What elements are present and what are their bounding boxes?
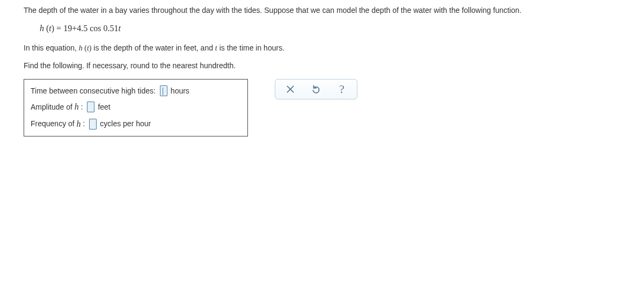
- amplitude-input[interactable]: [87, 102, 94, 112]
- frequency-label-pre: Frequency of: [31, 118, 77, 129]
- close-icon[interactable]: [285, 84, 296, 95]
- frequency-row: Frequency of h : cycles per hour: [31, 117, 241, 131]
- period-unit: hours: [171, 85, 189, 97]
- amplitude-unit: feet: [98, 101, 110, 113]
- frequency-var: h: [77, 117, 81, 131]
- frequency-colon: :: [81, 118, 87, 129]
- period-input[interactable]: [160, 85, 167, 96]
- answer-box: Time between consecutive high tides: hou…: [24, 79, 248, 137]
- frequency-input[interactable]: [89, 119, 97, 129]
- context-line: In this equation, h (t) is the depth of …: [24, 43, 620, 54]
- period-label: Time between consecutive high tides:: [31, 85, 158, 97]
- amplitude-colon: :: [79, 101, 85, 113]
- problem-intro: The depth of the water in a bay varies t…: [24, 5, 620, 16]
- toolbar: ?: [275, 79, 357, 99]
- undo-icon[interactable]: [311, 84, 321, 95]
- period-row: Time between consecutive high tides: hou…: [31, 85, 241, 97]
- instruction: Find the following. If necessary, round …: [24, 61, 620, 71]
- model-equation: h (t) = 19+4.5 cos 0.51t: [24, 24, 620, 33]
- amplitude-row: Amplitude of h : feet: [31, 100, 241, 114]
- amplitude-label-pre: Amplitude of: [31, 101, 75, 113]
- amplitude-var: h: [75, 100, 79, 114]
- frequency-unit: cycles per hour: [100, 118, 151, 129]
- help-icon[interactable]: ?: [336, 84, 347, 95]
